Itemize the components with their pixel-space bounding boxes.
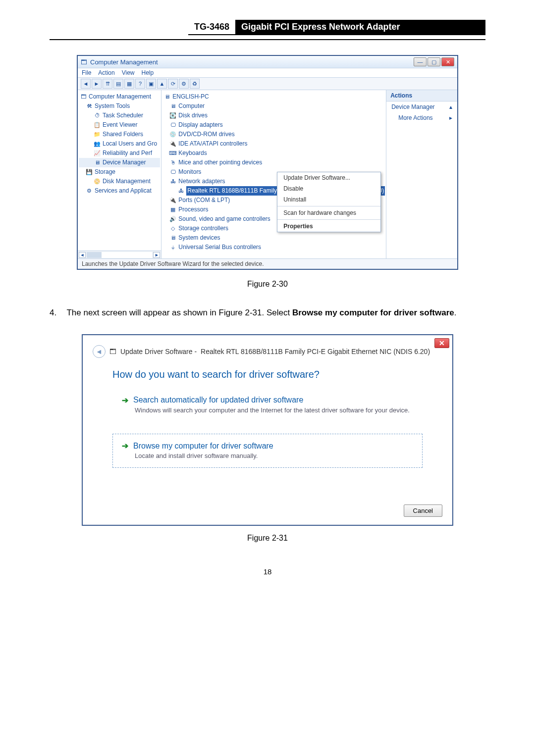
option-browse-title: ➔ Browse my computer for driver software [122, 441, 413, 451]
tree-systools[interactable]: 🛠System Tools [79, 101, 160, 111]
tree-diskmgmt[interactable]: 📀Disk Management [79, 177, 160, 186]
wizard-options: ➔ Search automatically for updated drive… [83, 388, 452, 500]
ctx-scan[interactable]: Scan for hardware changes [277, 207, 380, 218]
network-icon: 🖧 [169, 178, 176, 185]
dev-ide[interactable]: 🔌IDE ATA/ATAPI controllers [162, 139, 385, 149]
tree-root-label: Computer Management [89, 92, 151, 101]
ctx-sep1 [277, 206, 380, 206]
toolbar-detail-icon[interactable]: ▦ [124, 79, 134, 89]
toolbar-back-icon[interactable]: ◄ [81, 79, 91, 89]
wizard-back-button[interactable]: ◄ [93, 345, 106, 358]
toolbar-forward-icon[interactable]: ► [92, 79, 102, 89]
doc-title: Gigabit PCI Express Network Adapter [235, 20, 485, 34]
option-search-auto-title: ➔ Search automatically for updated drive… [122, 396, 413, 405]
cancel-button[interactable]: Cancel [404, 504, 442, 517]
monitor-icon: 🖵 [169, 169, 176, 176]
ctx-properties[interactable]: Properties [277, 221, 380, 232]
collapse-up-icon: ▴ [449, 103, 452, 110]
cm-middle-pane: 🖥ENGLISH-PC 🖥Computer 💽Disk drives 🖵Disp… [161, 90, 386, 258]
tree-devmgr[interactable]: 🖥Device Manager [79, 158, 160, 167]
dev-sysdev[interactable]: 🖥System devices [162, 233, 385, 243]
close-button[interactable]: ✕ [441, 57, 454, 66]
dev-network-label: Network adapters [178, 177, 225, 186]
scroll-track[interactable] [87, 252, 152, 258]
wrench-icon: 🛠 [86, 103, 93, 110]
wizard-window: ✕ ◄ 🗔 Update Driver Software - Realtek R… [82, 334, 453, 526]
wizard-header-prefix: Update Driver Software - [120, 348, 197, 355]
dvd-icon: 💿 [169, 131, 176, 138]
dev-usb[interactable]: ⏚Universal Serial Bus controllers [162, 243, 385, 252]
sound-icon: 🔊 [169, 216, 176, 223]
tree-storage-label: Storage [95, 167, 115, 177]
header-rule [50, 39, 485, 40]
dev-computer[interactable]: 🖥Computer [162, 101, 385, 111]
toolbar-list-icon[interactable]: ▤ [113, 79, 123, 89]
menu-help[interactable]: Help [142, 69, 154, 76]
dev-display[interactable]: 🖵Display adapters [162, 120, 385, 130]
doc-header: TG-3468 Gigabit PCI Express Network Adap… [188, 20, 485, 35]
menu-action[interactable]: Action [98, 69, 114, 76]
cm-statusbar: Launches the Update Driver Software Wiza… [78, 258, 457, 269]
option-search-auto[interactable]: ➔ Search automatically for updated drive… [112, 388, 423, 422]
step-text-a: The next screen will appear as shown in … [66, 308, 292, 317]
dev-dvd[interactable]: 💿DVD/CD-ROM drives [162, 130, 385, 139]
dev-keyboards[interactable]: ⌨Keyboards [162, 149, 385, 158]
actions-more[interactable]: More Actions ▸ [386, 112, 457, 123]
dev-pc[interactable]: 🖥ENGLISH-PC [162, 92, 385, 101]
perf-icon: 📈 [94, 150, 101, 157]
dev-dvd-label: DVD/CD-ROM drives [178, 130, 234, 139]
menu-file[interactable]: File [82, 69, 91, 76]
minimize-button[interactable]: — [414, 57, 427, 66]
dev-mice[interactable]: 🖱Mice and other pointing devices [162, 158, 385, 167]
dev-computer-label: Computer [178, 101, 205, 111]
tree-shared[interactable]: 📁Shared Folders [79, 130, 160, 139]
tree-storage[interactable]: 💾Storage [79, 167, 160, 177]
tree-services[interactable]: ⚙Services and Applicat [79, 186, 160, 196]
tree-root[interactable]: 🗔Computer Management [79, 92, 160, 101]
arrow-right-icon: ➔ [122, 441, 128, 451]
actions-header: Actions [386, 90, 457, 101]
option-browse-computer[interactable]: ➔ Browse my computer for driver software… [112, 434, 423, 468]
option-browse-title-text: Browse my computer for driver software [133, 442, 273, 451]
dev-display-label: Display adapters [178, 120, 222, 130]
toolbar-refresh-icon[interactable]: ⟳ [168, 79, 178, 89]
services-icon: ⚙ [86, 188, 93, 195]
tree-event[interactable]: 📋Event Viewer [79, 120, 160, 130]
ctx-uninstall[interactable]: Uninstall [277, 194, 380, 205]
computer-icon: 🖥 [169, 103, 176, 110]
toolbar-extra1-icon[interactable]: ⚙ [179, 79, 189, 89]
cm-menubar: File Action View Help [78, 68, 457, 78]
wizard-header-device: Realtek RTL 8168B/8111B Family PCI-E Gig… [201, 348, 430, 355]
toolbar-up-icon[interactable]: ⇈ [103, 79, 112, 89]
ctx-update[interactable]: Update Driver Software... [277, 172, 380, 183]
wizard-close-button[interactable]: ✕ [434, 338, 449, 348]
scroll-thumb[interactable] [87, 252, 102, 258]
sysdev-icon: 🖥 [169, 235, 176, 242]
left-scrollbar[interactable]: ◄ ► [78, 251, 161, 258]
page-number: 18 [0, 567, 535, 576]
toolbar-extra2-icon[interactable]: ♻ [190, 79, 200, 89]
cm-title: 🗔 Computer Management [81, 58, 158, 66]
option-browse-desc: Locate and install driver software manua… [122, 451, 413, 460]
toolbar-scan-icon[interactable]: ▲ [157, 79, 167, 89]
tree-reliability[interactable]: 📈Reliability and Perf [79, 149, 160, 158]
storagectl-icon: ◇ [169, 225, 176, 232]
diskdrive-icon: 💽 [169, 112, 176, 119]
tree-task[interactable]: ⏱Task Scheduler [79, 111, 160, 120]
dev-processors-label: Processors [178, 205, 208, 214]
scroll-right-icon[interactable]: ► [153, 252, 160, 258]
toolbar-prop-icon[interactable]: ▣ [146, 79, 156, 89]
ctx-disable[interactable]: Disable [277, 183, 380, 194]
actions-devmgr[interactable]: Device Manager ▴ [386, 101, 457, 112]
toolbar-help-icon[interactable]: ? [135, 79, 145, 89]
dev-pc-label: ENGLISH-PC [172, 92, 209, 101]
figure-caption-2: Figure 2-31 [0, 534, 535, 543]
tree-devmgr-label: Device Manager [103, 158, 146, 167]
tree-localusr[interactable]: 👥Local Users and Gro [79, 139, 160, 149]
scroll-left-icon[interactable]: ◄ [79, 252, 86, 258]
dev-disk[interactable]: 💽Disk drives [162, 111, 385, 120]
maximize-button[interactable]: ▢ [428, 57, 440, 66]
actions-more-label: More Actions [398, 114, 432, 121]
menu-view[interactable]: View [122, 69, 135, 76]
chevron-right-icon: ▸ [449, 114, 452, 121]
